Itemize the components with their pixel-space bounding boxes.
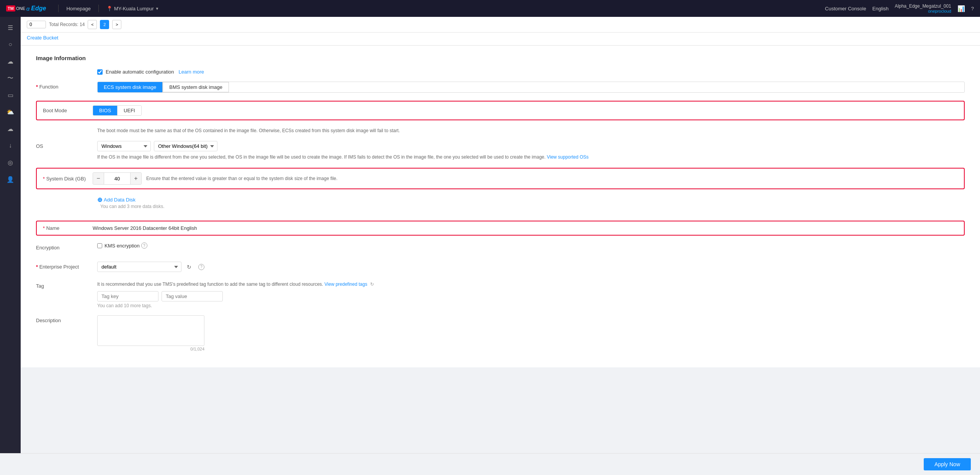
current-page-btn[interactable]: 2 [100,20,109,29]
bms-btn[interactable]: BMS system disk image [163,82,229,92]
tag-inputs [97,291,965,301]
chevron-down-icon: ▼ [155,7,159,11]
kms-row: KMS encryption ? [97,242,965,249]
create-bucket-link[interactable]: Create Bucket [27,35,58,41]
chart-icon[interactable]: 📊 [957,5,965,12]
enterprise-project-row: Enterprise Project default ↻ ? [36,262,965,274]
logo-alpha: α [26,5,30,12]
content-area: Total Records: 14 < 2 > Create Bucket Im… [21,17,980,453]
logo-edge: Edge [31,5,46,12]
system-disk-container: System Disk (GB) − + Ensure that the ent… [36,168,965,189]
refresh-icon[interactable]: ↻ [185,262,194,272]
os-hint: If the OS in the image file is different… [97,154,965,161]
disk-size-input-group: − + [93,172,142,185]
boot-mode-content: BIOS UEFI [93,105,142,116]
sidebar-user-icon[interactable]: 👤 [3,172,18,187]
description-textarea[interactable] [97,315,204,346]
boot-warning-row: The boot mode must be the same as that o… [36,127,965,134]
name-container: Name [36,221,965,236]
enterprise-project-label: Enterprise Project [36,262,97,270]
sidebar-network-icon[interactable]: ☁ [3,121,18,136]
encryption-content: KMS encryption ? [97,242,965,249]
description-content: 0/1,024 [97,315,965,351]
disk-size-input[interactable] [104,173,131,184]
language-selector[interactable]: English [872,6,889,11]
bios-btn[interactable]: BIOS [93,106,118,115]
sidebar-cloud-icon[interactable]: ☁ [3,54,18,69]
learn-more-link[interactable]: Learn more [179,69,204,75]
sidebar-ring-icon[interactable]: ◎ [3,155,18,170]
page-size-input[interactable] [27,21,46,28]
tag-key-input[interactable] [97,291,158,301]
sidebar-menu-icon[interactable]: ☰ [3,20,18,35]
view-supported-os-link[interactable]: View supported OSs [547,154,588,160]
nav-divider-2 [98,5,99,12]
sidebar-download-icon[interactable]: ↓ [3,138,18,153]
tag-value-input[interactable] [162,291,223,301]
disk-increase-btn[interactable]: + [131,173,141,184]
os-label: OS [36,141,97,149]
os-row: OS Windows Linux Other Other Windows(64 … [36,141,965,161]
os-version-select[interactable]: Other Windows(64 bit) Windows Server 201… [154,141,217,151]
system-disk-content: − + Ensure that the entered value is gre… [93,172,338,185]
pagination-bar: Total Records: 14 < 2 > [21,17,980,33]
top-navigation: TM ONE α Edge Homepage 📍 MY-Kuala Lumpur… [0,0,980,17]
tag-refresh-icon[interactable]: ↻ [370,282,374,287]
name-label: Name [43,225,93,231]
apply-now-button[interactable]: Apply Now [924,458,971,470]
next-page-btn[interactable]: > [112,20,121,29]
view-predefined-tags-link[interactable]: View predefined tags [325,282,368,287]
disk-decrease-btn[interactable]: − [93,173,104,184]
create-bucket-bar: Create Bucket [21,33,980,46]
logo-tm: TM [6,5,15,11]
section-title: Image Information [36,55,965,61]
total-records: Total Records: 14 [49,22,85,27]
ecs-btn[interactable]: ECS system disk image [98,82,163,92]
auto-config-checkbox[interactable] [97,69,103,75]
form-card: Image Information Enable automatic confi… [21,46,980,367]
enterprise-project-select[interactable]: default [97,262,181,272]
uefi-btn[interactable]: UEFI [118,106,141,115]
sidebar-waves-icon[interactable]: 〜 [3,70,18,86]
encryption-label: Encryption [36,242,97,251]
boot-warning-text: The boot mode must be the same as that o… [97,128,400,133]
tag-content: It is recommended that you use TMS's pre… [97,281,965,308]
name-input[interactable] [93,225,958,231]
function-toggle-group: ECS system disk image BMS system disk im… [97,82,965,93]
bottom-bar: Apply Now [0,453,980,475]
add-icon: ⊕ [97,196,102,203]
os-select[interactable]: Windows Linux Other [97,141,151,151]
nav-right: Customer Console English Alpha_Edge_Mega… [825,3,974,13]
homepage-link[interactable]: Homepage [63,6,94,11]
user-cloud[interactable]: oneprocloud [928,9,951,13]
enterprise-project-content: default ↻ ? [97,262,965,272]
kms-help-icon[interactable]: ? [141,242,147,249]
add-data-disk-btn[interactable]: ⊕ Add Data Disk [97,196,965,203]
kms-checkbox[interactable] [97,243,102,248]
sidebar-cloud2-icon[interactable]: ⛅ [3,104,18,120]
boot-mode-container: Boot Mode BIOS UEFI [36,101,965,120]
disk-hint: Ensure that the entered value is greater… [146,176,338,181]
help-icon[interactable]: ? [971,6,974,11]
sidebar-home-icon[interactable]: ○ [3,37,18,52]
location-selector[interactable]: 📍 MY-Kuala Lumpur ▼ [103,6,162,11]
encryption-row: Encryption KMS encryption ? [36,242,965,255]
nav-divider [58,5,59,12]
system-disk-label: System Disk (GB) [43,176,93,182]
enterprise-help-icon[interactable]: ? [198,264,204,270]
kms-label: KMS encryption [105,243,140,249]
auto-config-label: Enable automatic configuration [106,69,174,75]
sidebar-storage-icon[interactable]: ▭ [3,87,18,103]
customer-console-link[interactable]: Customer Console [825,6,866,11]
user-section: Alpha_Edge_Megatzul_001 oneprocloud [895,3,951,13]
os-selects-row: Windows Linux Other Other Windows(64 bit… [97,141,965,151]
description-label: Description [36,315,97,323]
tag-count: You can add 10 more tags. [97,303,965,308]
prev-page-btn[interactable]: < [88,20,97,29]
description-counter: 0/1,024 [97,347,204,351]
logo-one: ONE [16,6,25,11]
add-data-disk-hint: You can add 3 more data disks. [100,204,165,209]
add-data-disk-row: ⊕ Add Data Disk You can add 3 more data … [36,196,965,209]
user-name: Alpha_Edge_Megatzul_001 [895,3,951,9]
sidebar: ☰ ○ ☁ 〜 ▭ ⛅ ☁ ↓ ◎ 👤 [0,17,21,453]
